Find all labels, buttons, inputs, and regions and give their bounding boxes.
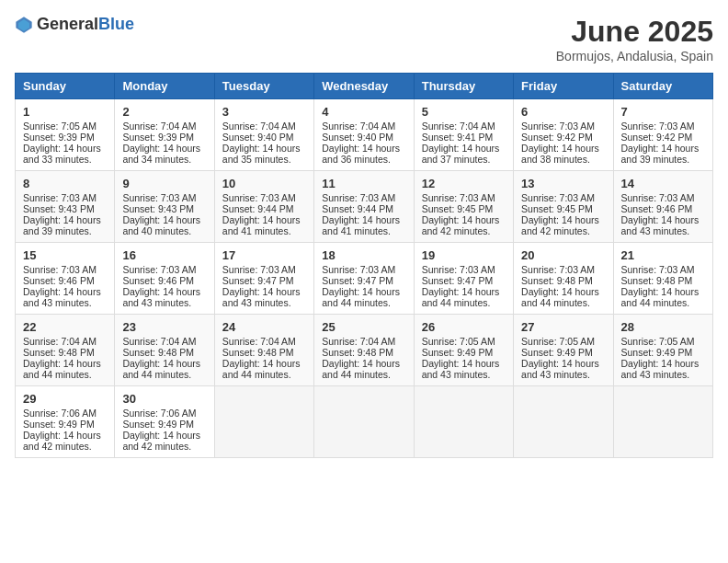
day-number: 27 [521,320,605,334]
sunset-text: Sunset: 9:48 PM [322,347,393,358]
sunset-text: Sunset: 9:42 PM [621,132,693,143]
sunset-text: Sunset: 9:39 PM [23,132,95,143]
calendar-cell: 26 Sunrise: 7:05 AM Sunset: 9:49 PM Dayl… [414,315,513,386]
col-sunday: Sunday [16,74,115,99]
day-number: 7 [621,105,705,119]
calendar-cell: 17 Sunrise: 7:03 AM Sunset: 9:47 PM Dayl… [214,243,313,315]
col-monday: Monday [115,74,214,99]
sunrise-text: Sunrise: 7:03 AM [322,264,395,275]
calendar-cell: 5 Sunrise: 7:04 AM Sunset: 9:41 PM Dayli… [414,99,513,171]
sunrise-text: Sunrise: 7:03 AM [23,264,97,275]
daylight-text: Daylight: 14 hours and 44 minutes. [222,358,301,380]
sunset-text: Sunset: 9:45 PM [521,203,593,214]
sunrise-text: Sunrise: 7:03 AM [122,264,196,275]
calendar-week-row: 22 Sunrise: 7:04 AM Sunset: 9:48 PM Dayl… [16,315,713,386]
day-number: 28 [621,320,705,334]
daylight-text: Daylight: 14 hours and 42 minutes. [422,214,500,236]
day-number: 12 [422,177,506,190]
sunrise-text: Sunrise: 7:06 AM [122,408,196,419]
sunrise-text: Sunrise: 7:05 AM [621,336,695,347]
sunset-text: Sunset: 9:48 PM [23,347,95,358]
daylight-text: Daylight: 14 hours and 44 minutes. [23,358,101,380]
day-number: 17 [222,248,306,262]
calendar-cell: 14 Sunrise: 7:03 AM Sunset: 9:46 PM Dayl… [613,171,712,243]
calendar-cell: 29 Sunrise: 7:06 AM Sunset: 9:49 PM Dayl… [16,386,115,458]
sunrise-text: Sunrise: 7:05 AM [521,336,595,347]
calendar-cell: 9 Sunrise: 7:03 AM Sunset: 9:43 PM Dayli… [115,171,214,243]
calendar-cell: 16 Sunrise: 7:03 AM Sunset: 9:46 PM Dayl… [115,243,214,315]
calendar-week-row: 29 Sunrise: 7:06 AM Sunset: 9:49 PM Dayl… [16,386,713,458]
sunset-text: Sunset: 9:40 PM [222,132,294,143]
sunrise-text: Sunrise: 7:03 AM [621,121,695,132]
calendar-cell: 11 Sunrise: 7:03 AM Sunset: 9:44 PM Dayl… [314,171,414,243]
month-title: June 2025 [556,15,713,49]
daylight-text: Daylight: 14 hours and 39 minutes. [621,143,700,165]
sunrise-text: Sunrise: 7:04 AM [222,336,296,347]
sunset-text: Sunset: 9:48 PM [222,347,294,358]
calendar-cell: 12 Sunrise: 7:03 AM Sunset: 9:45 PM Dayl… [414,171,513,243]
daylight-text: Daylight: 14 hours and 43 minutes. [122,286,200,308]
col-saturday: Saturday [613,74,712,99]
sunrise-text: Sunrise: 7:04 AM [322,336,395,347]
daylight-text: Daylight: 14 hours and 39 minutes. [23,214,101,236]
daylight-text: Daylight: 14 hours and 42 minutes. [23,430,101,452]
sunrise-text: Sunrise: 7:06 AM [23,408,97,419]
sunrise-text: Sunrise: 7:03 AM [322,192,395,203]
day-number: 22 [23,320,107,334]
calendar-cell: 18 Sunrise: 7:03 AM Sunset: 9:47 PM Dayl… [314,243,414,315]
sunset-text: Sunset: 9:48 PM [521,275,593,286]
sunset-text: Sunset: 9:47 PM [322,275,393,286]
sunset-text: Sunset: 9:43 PM [122,203,194,214]
day-number: 3 [222,105,306,119]
calendar-cell: 19 Sunrise: 7:03 AM Sunset: 9:47 PM Dayl… [414,243,513,315]
calendar-cell: 1 Sunrise: 7:05 AM Sunset: 9:39 PM Dayli… [16,99,115,171]
calendar-cell: 3 Sunrise: 7:04 AM Sunset: 9:40 PM Dayli… [214,99,313,171]
calendar-cell: 22 Sunrise: 7:04 AM Sunset: 9:48 PM Dayl… [16,315,115,386]
day-number: 21 [621,248,705,262]
sunset-text: Sunset: 9:48 PM [122,347,194,358]
calendar-cell: 15 Sunrise: 7:03 AM Sunset: 9:46 PM Dayl… [16,243,115,315]
day-number: 4 [322,105,405,119]
calendar-cell: 2 Sunrise: 7:04 AM Sunset: 9:39 PM Dayli… [115,99,214,171]
calendar-header-row: Sunday Monday Tuesday Wednesday Thursday… [16,74,713,99]
col-wednesday: Wednesday [314,74,414,99]
sunrise-text: Sunrise: 7:03 AM [222,264,296,275]
sunset-text: Sunset: 9:47 PM [422,275,494,286]
title-area: June 2025 Bormujos, Andalusia, Spain [556,15,713,63]
calendar-week-row: 8 Sunrise: 7:03 AM Sunset: 9:43 PM Dayli… [16,171,713,243]
sunrise-text: Sunrise: 7:03 AM [621,192,695,203]
sunrise-text: Sunrise: 7:03 AM [621,264,695,275]
day-number: 11 [322,177,405,190]
calendar-table: Sunday Monday Tuesday Wednesday Thursday… [15,73,713,458]
calendar-cell: 6 Sunrise: 7:03 AM Sunset: 9:42 PM Dayli… [514,99,613,171]
calendar-cell: 24 Sunrise: 7:04 AM Sunset: 9:48 PM Dayl… [214,315,313,386]
daylight-text: Daylight: 14 hours and 44 minutes. [521,286,599,308]
daylight-text: Daylight: 14 hours and 43 minutes. [23,286,101,308]
sunset-text: Sunset: 9:46 PM [23,275,95,286]
sunset-text: Sunset: 9:40 PM [322,132,393,143]
sunset-text: Sunset: 9:39 PM [122,132,194,143]
sunrise-text: Sunrise: 7:03 AM [422,192,495,203]
sunrise-text: Sunrise: 7:03 AM [422,264,495,275]
daylight-text: Daylight: 14 hours and 41 minutes. [222,214,301,236]
calendar-cell: 13 Sunrise: 7:03 AM Sunset: 9:45 PM Dayl… [514,171,613,243]
daylight-text: Daylight: 14 hours and 43 minutes. [521,358,599,380]
calendar-week-row: 15 Sunrise: 7:03 AM Sunset: 9:46 PM Dayl… [16,243,713,315]
sunrise-text: Sunrise: 7:04 AM [222,121,296,132]
daylight-text: Daylight: 14 hours and 44 minutes. [322,286,400,308]
sunrise-text: Sunrise: 7:04 AM [322,121,395,132]
sunset-text: Sunset: 9:43 PM [23,203,95,214]
calendar-week-row: 1 Sunrise: 7:05 AM Sunset: 9:39 PM Dayli… [16,99,713,171]
day-number: 25 [322,320,405,334]
location-title: Bormujos, Andalusia, Spain [556,49,713,63]
sunset-text: Sunset: 9:42 PM [521,132,593,143]
day-number: 15 [23,248,107,262]
sunset-text: Sunset: 9:44 PM [222,203,294,214]
daylight-text: Daylight: 14 hours and 38 minutes. [521,143,599,165]
day-number: 10 [222,177,306,190]
calendar-cell [314,386,414,458]
day-number: 2 [122,105,206,119]
daylight-text: Daylight: 14 hours and 35 minutes. [222,143,301,165]
calendar-cell: 8 Sunrise: 7:03 AM Sunset: 9:43 PM Dayli… [16,171,115,243]
sunrise-text: Sunrise: 7:04 AM [23,336,97,347]
